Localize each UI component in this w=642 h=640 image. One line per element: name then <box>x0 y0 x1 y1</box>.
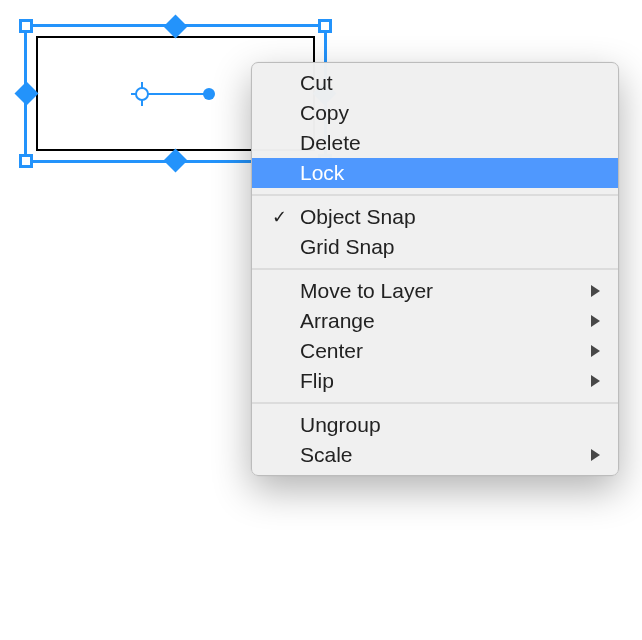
checkmark-icon: ✓ <box>272 202 287 232</box>
menu-item-copy[interactable]: Copy <box>252 98 618 128</box>
anchor-dot-icon <box>203 88 215 100</box>
menu-item-ungroup[interactable]: Ungroup <box>252 410 618 440</box>
menu-item-label: Scale <box>300 443 353 466</box>
menu-item-object-snap[interactable]: Object Snap✓ <box>252 202 618 232</box>
resize-handle-s[interactable] <box>163 148 187 172</box>
submenu-arrow-icon <box>591 449 600 461</box>
resize-handle-n[interactable] <box>163 14 187 38</box>
anchor-line-icon <box>153 93 207 95</box>
menu-item-cut[interactable]: Cut <box>252 68 618 98</box>
menu-item-scale[interactable]: Scale <box>252 440 618 470</box>
resize-handle-nw[interactable] <box>19 19 33 33</box>
menu-item-label: Grid Snap <box>300 235 395 258</box>
resize-handle-w[interactable] <box>14 81 38 105</box>
anchor-indicator[interactable] <box>131 82 221 106</box>
submenu-arrow-icon <box>591 345 600 357</box>
menu-item-arrange[interactable]: Arrange <box>252 306 618 336</box>
menu-item-label: Object Snap <box>300 205 416 228</box>
menu-item-center[interactable]: Center <box>252 336 618 366</box>
menu-item-lock[interactable]: Lock <box>252 158 618 188</box>
menu-item-label: Center <box>300 339 363 362</box>
menu-item-flip[interactable]: Flip <box>252 366 618 396</box>
menu-item-label: Cut <box>300 71 333 94</box>
menu-separator <box>252 194 618 196</box>
anchor-circle-icon <box>135 87 149 101</box>
context-menu: CutCopyDeleteLockObject Snap✓Grid SnapMo… <box>251 62 619 476</box>
menu-item-grid-snap[interactable]: Grid Snap <box>252 232 618 262</box>
menu-separator <box>252 268 618 270</box>
submenu-arrow-icon <box>591 375 600 387</box>
menu-separator <box>252 402 618 404</box>
menu-item-move-to-layer[interactable]: Move to Layer <box>252 276 618 306</box>
menu-item-label: Lock <box>300 161 344 184</box>
submenu-arrow-icon <box>591 315 600 327</box>
menu-item-label: Copy <box>300 101 349 124</box>
menu-item-label: Flip <box>300 369 334 392</box>
resize-handle-sw[interactable] <box>19 154 33 168</box>
resize-handle-ne[interactable] <box>318 19 332 33</box>
menu-item-label: Arrange <box>300 309 375 332</box>
menu-item-label: Move to Layer <box>300 279 433 302</box>
menu-item-label: Ungroup <box>300 413 381 436</box>
menu-item-delete[interactable]: Delete <box>252 128 618 158</box>
submenu-arrow-icon <box>591 285 600 297</box>
menu-item-label: Delete <box>300 131 361 154</box>
